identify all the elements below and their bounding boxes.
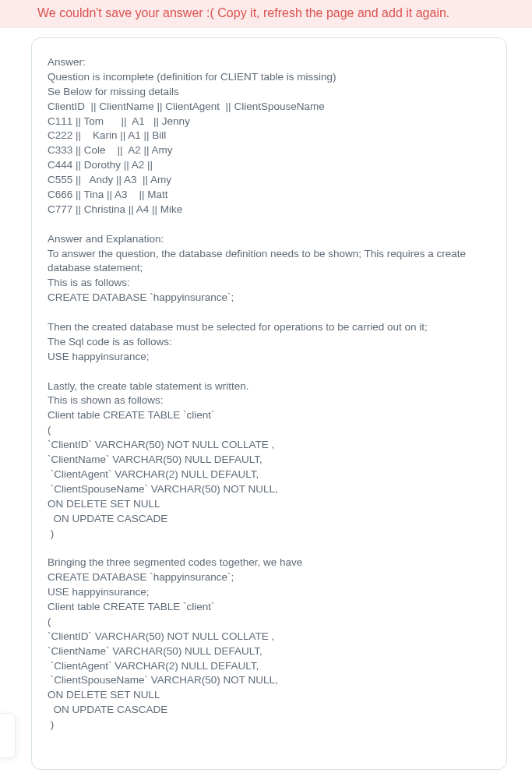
error-message: We couldn't save your answer :( Copy it,… <box>37 6 449 19</box>
answer-card: Answer: Question is incomplete (definiti… <box>31 37 507 770</box>
error-banner: We couldn't save your answer :( Copy it,… <box>0 0 532 28</box>
side-tab[interactable] <box>0 713 16 758</box>
answer-body: Answer: Question is incomplete (definiti… <box>48 55 491 732</box>
